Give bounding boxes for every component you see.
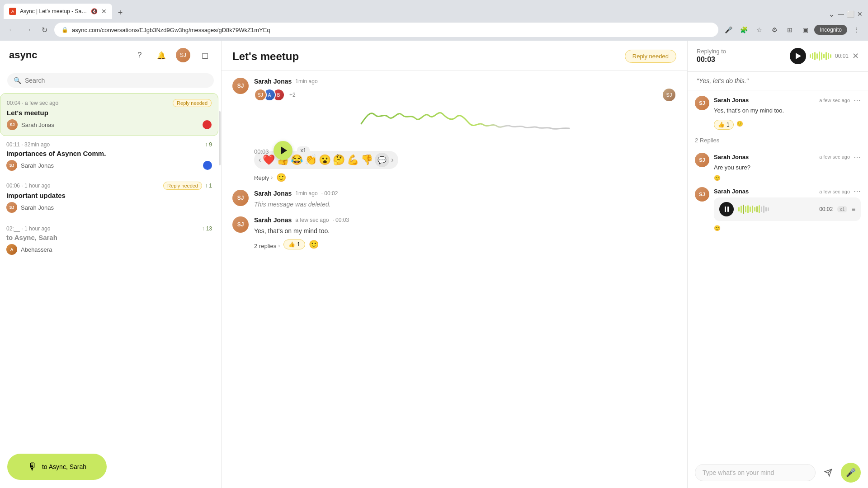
pause-bar-2 xyxy=(727,206,729,212)
window-minimize-icon[interactable]: — xyxy=(838,10,844,18)
conv-badge-votes-2: ↑ 9 xyxy=(205,141,212,148)
play-icon xyxy=(281,146,287,155)
mini-play-button[interactable] xyxy=(790,48,806,64)
reply-meta-2: Sarah Jonas a few sec ago ⋯ xyxy=(714,153,861,161)
tab-close-button[interactable]: ✕ xyxy=(101,8,107,15)
msg-avatar-3: SJ xyxy=(232,216,249,233)
add-reaction-icon-1[interactable]: 🙂 xyxy=(276,173,286,183)
reply-actions-1: 👍 1 🙂 xyxy=(714,118,861,130)
forward-button[interactable]: → xyxy=(22,23,34,36)
tab-mute-icon[interactable]: 🔇 xyxy=(91,8,98,14)
wave-bar-7 xyxy=(823,54,825,58)
layout-icon[interactable]: ◫ xyxy=(198,48,212,62)
reply-text-1: Yes, that's on my mind too. xyxy=(714,106,861,115)
mic-icon: 🎙 xyxy=(28,461,38,473)
new-tab-button[interactable]: + xyxy=(114,6,127,19)
message-block-3: SJ Sarah Jonas a few sec ago · 00:03 Yes… xyxy=(232,216,676,249)
reply-input[interactable] xyxy=(695,464,816,481)
voice-record-button[interactable]: 🎤 xyxy=(841,463,861,483)
mic-icon-input: 🎤 xyxy=(846,468,856,478)
msg-content-1: Sarah Jonas 1min ago SJ A B +2 SJ xyxy=(254,78,676,183)
sidebar-scroll[interactable]: 00:04 · a few sec ago Reply needed Let's… xyxy=(0,93,218,447)
audio-speed-3[interactable]: x1 xyxy=(837,206,847,212)
reply-button-1[interactable]: Reply › xyxy=(254,174,273,181)
notifications-icon[interactable]: 🔔 xyxy=(154,48,169,62)
right-panel-header: Replying to 00:03 xyxy=(688,41,868,72)
reply-add-reaction-1[interactable]: 🙂 xyxy=(736,121,743,127)
reply-add-reaction-2[interactable]: 🙂 xyxy=(714,175,721,181)
conv-header-1: 00:04 · a few sec ago Reply needed xyxy=(7,99,212,107)
reply-bar-1: Reply › 🙂 xyxy=(254,173,676,183)
window-restore-icon[interactable]: ⬜ xyxy=(847,10,854,18)
extensions-puzzle-icon[interactable]: ⚙ xyxy=(768,23,781,36)
participant-avatars: SJ A B xyxy=(254,89,285,101)
right-participant-avatar: SJ xyxy=(662,88,676,102)
sidebar: async ? 🔔 SJ ◫ 🔍 00:04 · a few xyxy=(0,41,222,488)
reply-more-3[interactable]: ⋯ xyxy=(854,187,861,196)
sidebar-item-importances[interactable]: 00:11 · 32min ago ↑ 9 Importances of Asy… xyxy=(0,136,218,176)
reply-more-1[interactable]: ⋯ xyxy=(854,96,861,104)
reply-text-2: Are you sure? xyxy=(714,163,861,172)
msg-meta-2: Sarah Jonas 1min ago · 00:02 xyxy=(254,190,676,197)
reply-more-2[interactable]: ⋯ xyxy=(854,153,861,161)
wave-bar-9 xyxy=(828,53,829,59)
grid-icon[interactable]: ⊞ xyxy=(783,23,796,36)
conv-author-1: Sarah Jonas xyxy=(21,122,54,128)
msg-duration-3: · 00:03 xyxy=(332,217,349,223)
search-input[interactable] xyxy=(25,77,208,84)
refresh-button[interactable]: ↻ xyxy=(38,23,51,36)
wave-bar-6 xyxy=(821,52,822,60)
reply-content-1: Sarah Jonas a few sec ago ⋯ Yes, that's … xyxy=(714,96,861,130)
reply-meta-3: Sarah Jonas a few sec ago ⋯ xyxy=(714,187,861,196)
speed-badge[interactable]: x1 xyxy=(297,146,310,155)
reply-reaction-1[interactable]: 👍 1 xyxy=(714,120,734,130)
user-avatar[interactable]: SJ xyxy=(176,48,190,62)
incognito-button[interactable]: Incognito xyxy=(814,25,847,35)
msg-actions-3: 2 replies › 👍 1 🙂 xyxy=(254,239,676,249)
back-button[interactable]: ← xyxy=(5,23,18,36)
browser-tab-active[interactable]: A Async | Let's meetup - Sarah 🔇 ✕ xyxy=(4,4,112,19)
thumbsup-reaction-3[interactable]: 👍 1 xyxy=(283,239,305,249)
audio-list-icon[interactable]: ≡ xyxy=(852,206,855,213)
add-reaction-icon-3[interactable]: 🙂 xyxy=(309,239,319,249)
msg-meta-1: Sarah Jonas 1min ago xyxy=(254,78,676,85)
extension-icon[interactable]: 🧩 xyxy=(737,23,750,36)
browser-tabs: A Async | Let's meetup - Sarah 🔇 ✕ + ⌄ —… xyxy=(0,0,868,19)
conv-meta-2: 00:11 · 32min ago xyxy=(6,141,50,148)
help-icon[interactable]: ? xyxy=(132,48,147,62)
window-close-icon[interactable]: ✕ xyxy=(857,10,863,18)
unread-dot-2 xyxy=(203,161,212,170)
message-area[interactable]: SJ Sarah Jonas 1min ago SJ A B +2 xyxy=(222,70,687,488)
sidebar-scrollbar[interactable] xyxy=(219,111,221,165)
replies-button[interactable]: 2 replies › xyxy=(254,243,280,249)
sidebar-item-lets-meetup[interactable]: 00:04 · a few sec ago Reply needed Let's… xyxy=(0,93,218,136)
reply-messages[interactable]: SJ Sarah Jonas a few sec ago ⋯ Yes, that… xyxy=(688,90,868,457)
pause-icon xyxy=(725,206,729,212)
microphone-icon[interactable]: 🎤 xyxy=(722,23,735,36)
mini-play-icon xyxy=(796,53,801,59)
wave-bar-5 xyxy=(819,52,820,61)
reply-add-reaction-3[interactable]: 🙂 xyxy=(714,225,721,231)
reply-msg-2: SJ Sarah Jonas a few sec ago ⋯ Are you s… xyxy=(695,153,861,182)
recording-button[interactable]: 🎙 to Async, Sarah xyxy=(7,454,107,480)
search-box[interactable]: 🔍 xyxy=(7,73,214,88)
send-button[interactable] xyxy=(820,465,836,481)
aw-12 xyxy=(763,206,764,213)
reply-msg-3: SJ Sarah Jonas a few sec ago ⋯ xyxy=(695,187,861,232)
bookmark-icon[interactable]: ☆ xyxy=(753,23,765,36)
aw-11 xyxy=(761,206,762,212)
reply-reaction-emoji-1: 👍 xyxy=(718,122,725,128)
play-button[interactable] xyxy=(274,141,292,160)
sidebar-item-to-async[interactable]: 02:__ · 1 hour ago ↑ 13 to Async, Sarah … xyxy=(0,220,218,260)
pause-button[interactable] xyxy=(719,202,734,216)
reply-content-2: Sarah Jonas a few sec ago ⋯ Are you sure… xyxy=(714,153,861,182)
close-panel-button[interactable]: ✕ xyxy=(852,51,859,61)
menu-icon[interactable]: ⋮ xyxy=(850,23,863,36)
address-bar[interactable]: 🔒 async.com/conversations/EJgb3Nzd9Gw3hg… xyxy=(54,23,718,37)
sidebar-item-important-updates[interactable]: 00:06 · 1 hour ago Reply needed ↑ 1 Impo… xyxy=(0,176,218,218)
message-block-2: SJ Sarah Jonas 1min ago · 00:02 This mes… xyxy=(232,190,676,209)
sidebar-body: 00:04 · a few sec ago Reply needed Let's… xyxy=(0,93,221,447)
window-down-icon[interactable]: ⌄ xyxy=(828,9,835,19)
sidebar-icon[interactable]: ▣ xyxy=(799,23,811,36)
audio-controls: 00:03 x1 xyxy=(254,141,676,160)
